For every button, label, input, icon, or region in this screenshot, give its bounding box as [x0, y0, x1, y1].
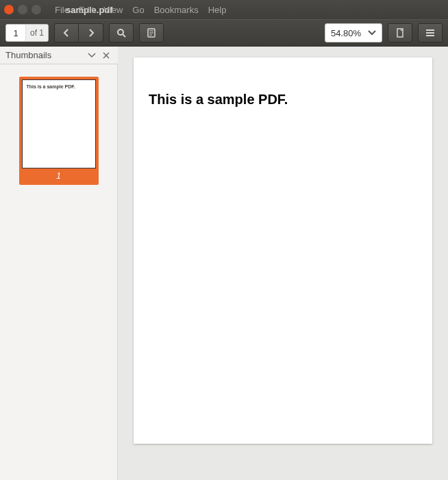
thumbnail[interactable]: This is a sample PDF. 1 — [19, 77, 99, 185]
thumbnail-page-number: 1 — [22, 168, 96, 182]
zoom-level-label: 54.80% — [331, 28, 361, 38]
sidebar-mode-label: Thumbnails — [5, 50, 84, 60]
page-number-input[interactable] — [6, 25, 25, 41]
page-total-label: of 1 — [25, 25, 48, 41]
svg-line-1 — [123, 34, 125, 37]
page-selector: of 1 — [5, 24, 49, 42]
window-controls — [4, 5, 41, 14]
note-icon — [147, 28, 156, 38]
thumbnail-preview-text: This is a sample PDF. — [27, 84, 75, 89]
menu-bookmarks[interactable]: Bookmarks — [154, 5, 199, 15]
menu-edit[interactable]: Edit — [79, 5, 94, 15]
menu-go[interactable]: Go — [132, 5, 144, 15]
document-area[interactable]: This is a sample PDF. — [118, 47, 448, 480]
menu-button[interactable] — [418, 23, 443, 42]
search-icon — [116, 28, 126, 38]
document-content: This is a sample PDF. — [149, 92, 417, 108]
sidebar-close-button[interactable] — [100, 52, 112, 59]
next-page-button[interactable] — [79, 23, 103, 42]
nav-button-group — [54, 23, 103, 42]
window-titlebar: sample.pdf File Edit View Go Bookmarks H… — [0, 0, 448, 19]
annotations-button[interactable] — [139, 23, 164, 42]
chevron-right-icon — [88, 29, 95, 37]
document-properties-button[interactable] — [388, 23, 412, 42]
chevron-down-icon — [368, 30, 376, 36]
window-close-button[interactable] — [4, 5, 14, 14]
page-fit-icon — [395, 28, 405, 38]
zoom-selector[interactable]: 54.80% — [325, 23, 382, 42]
chevron-down-icon — [88, 53, 96, 58]
sidebar-mode-dropdown[interactable] — [88, 53, 96, 58]
menu-help[interactable]: Help — [208, 5, 227, 15]
chevron-left-icon — [63, 29, 70, 37]
svg-point-0 — [118, 29, 123, 35]
document-page: This is a sample PDF. — [134, 58, 432, 444]
thumbnail-preview: This is a sample PDF. — [22, 79, 96, 168]
search-button[interactable] — [109, 23, 134, 42]
close-icon — [103, 52, 110, 59]
window-maximize-button[interactable] — [32, 5, 41, 14]
window-minimize-button[interactable] — [18, 5, 27, 14]
toolbar: of 1 54.80% — [0, 19, 448, 47]
hamburger-icon — [425, 29, 435, 37]
prev-page-button[interactable] — [54, 23, 79, 42]
menubar: File Edit View Go Bookmarks Help — [55, 0, 226, 19]
sidebar: This is a sample PDF. 1 — [0, 64, 118, 480]
menu-file[interactable]: File — [55, 5, 69, 15]
menu-view[interactable]: View — [103, 5, 123, 15]
sidebar-header: Thumbnails — [0, 47, 118, 64]
